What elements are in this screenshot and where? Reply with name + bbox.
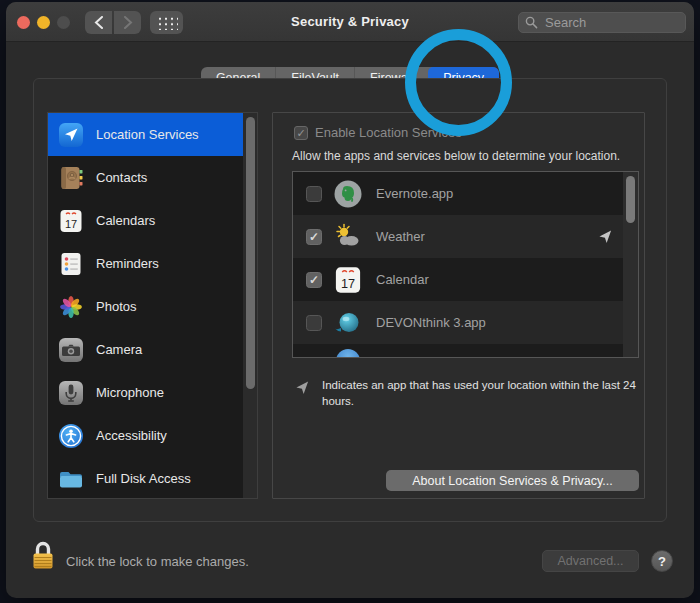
svg-text:17: 17 [341,277,355,291]
sidebar-item-camera[interactable]: Camera [48,328,243,371]
calendars-icon: 17 [58,208,84,234]
photos-icon [58,294,84,320]
sidebar-item-reminders[interactable]: Reminders [48,242,243,285]
full-disk-access-icon [58,466,84,492]
sidebar-scrollbar-track[interactable] [243,113,257,498]
search-input[interactable] [518,12,686,33]
sidebar-scrollbar-thumb[interactable] [246,117,255,389]
app-row-weather: ✓Weather [293,215,623,258]
contacts-icon [58,165,84,191]
advanced-button[interactable]: Advanced... [542,550,639,572]
app-checkbox-devonthink-3-app[interactable] [306,315,322,331]
lock-hint-text: Click the lock to make changes. [66,554,249,569]
security-privacy-window: Security & Privacy GeneralFileVaultFirew… [6,2,694,598]
about-location-services-button[interactable]: About Location Services & Privacy... [386,470,639,491]
sidebar-item-contacts[interactable]: Contacts [48,156,243,199]
sidebar-list: Location ServicesContacts17CalendarsRemi… [48,113,257,499]
app-list-scrollbar-thumb[interactable] [626,176,635,223]
evernote-icon [333,179,363,209]
lock-icon[interactable] [30,540,56,573]
help-button[interactable]: ? [651,550,673,572]
recent-usage-note: Indicates an app that has used your loca… [322,377,646,409]
sidebar-item-microphone[interactable]: Microphone [48,371,243,414]
app-list-scrollbar-track[interactable] [623,172,638,357]
weather-icon [333,222,363,252]
sidebar-item-location-services[interactable]: Location Services [48,113,243,156]
enable-location-services-label: Enable Location Services [315,125,462,140]
accessibility-icon [58,423,84,449]
privacy-sidebar: Location ServicesContacts17CalendarsRemi… [47,112,258,499]
pane-description: Allow the apps and services below to det… [292,149,620,163]
location-services-icon [58,122,84,148]
camera-icon [58,337,84,363]
app-row-partial [293,344,623,358]
sidebar-item-photos[interactable]: Photos [48,285,243,328]
app-row-calendar: ✓17Calendar [293,258,623,301]
sidebar-item-full-disk-access[interactable]: Full Disk Access [48,457,243,499]
devonthink-icon [333,308,363,338]
app-row-evernote-app: Evernote.app [293,172,623,215]
sidebar-item-calendars[interactable]: 17Calendars [48,199,243,242]
titlebar: Security & Privacy [6,2,694,42]
reminders-icon [58,251,84,277]
svg-text:17: 17 [65,218,77,230]
recent-location-arrow-icon [598,229,613,244]
location-arrow-icon [295,380,310,395]
microphone-icon [58,380,84,406]
location-services-pane: ✓ Enable Location Services Allow the app… [272,112,645,499]
sidebar-item-accessibility[interactable]: Accessibility [48,414,243,457]
app-checkbox-calendar[interactable]: ✓ [306,272,322,288]
app-list: Evernote.app✓Weather✓17CalendarDEVONthin… [292,171,639,358]
enable-location-services-checkbox: ✓ [294,126,308,140]
app-checkbox-evernote-app[interactable] [306,186,322,202]
calendar-app-icon: 17 [333,265,363,295]
app-rows: Evernote.app✓Weather✓17CalendarDEVONthin… [293,172,638,358]
blue-app-icon [333,346,363,358]
search-icon [525,16,538,29]
app-row-devonthink-3-app: DEVONthink 3.app [293,301,623,344]
app-checkbox-weather[interactable]: ✓ [306,229,322,245]
